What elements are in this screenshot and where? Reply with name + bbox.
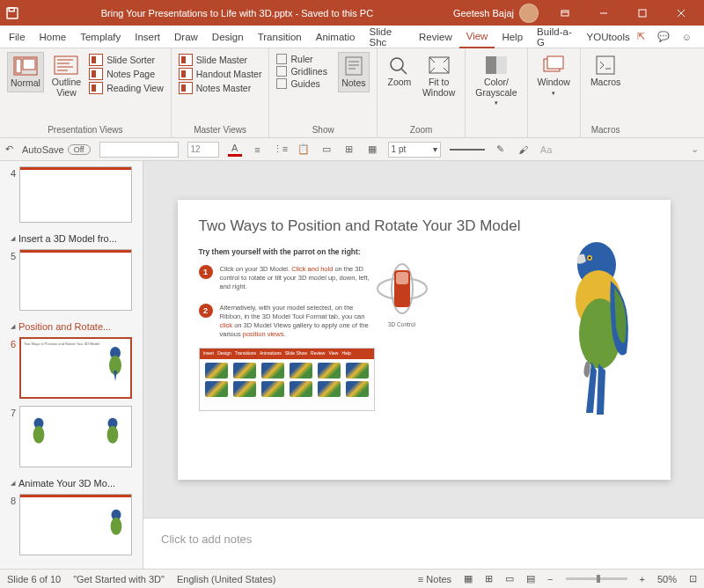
control-demo: 3D Control <box>371 258 433 327</box>
slide-sorter-label: Slide Sorter <box>106 55 155 65</box>
thumbnail-6[interactable]: Two Ways to Position and Rotate Your 3D … <box>19 337 132 399</box>
zoom-slider[interactable] <box>566 577 627 580</box>
avatar[interactable] <box>519 4 539 23</box>
zoom-percent[interactable]: 50% <box>657 574 677 584</box>
svg-point-30 <box>588 256 590 259</box>
reading-view-label: Reading View <box>106 83 164 93</box>
notes-master-button[interactable]: Notes Master <box>179 82 262 94</box>
change-case-icon[interactable]: Aa <box>539 143 554 157</box>
handout-master-button[interactable]: Handout Master <box>179 68 262 80</box>
notes-button[interactable]: Notes <box>338 52 370 92</box>
save-icon[interactable] <box>4 5 21 21</box>
tab-slideshow[interactable]: Slide Shc <box>363 26 412 48</box>
tab-insert[interactable]: Insert <box>128 26 167 48</box>
font-color-icon[interactable]: A <box>228 143 242 157</box>
format-painter-icon[interactable]: 🖌 <box>517 143 531 157</box>
color-grayscale-button[interactable]: Color/ Grayscale▾ <box>473 52 519 109</box>
thumbnail-8[interactable] <box>19 494 132 555</box>
tab-home[interactable]: Home <box>33 26 74 48</box>
guides-label: Guides <box>290 78 319 89</box>
tab-help[interactable]: Help <box>495 26 530 48</box>
minimize-button[interactable] <box>584 0 623 26</box>
thumb-num-6: 6 <box>5 337 16 399</box>
section-insert-3d[interactable]: Insert a 3D Model fro... <box>2 228 141 247</box>
notes-pane[interactable]: Click to add notes <box>143 518 704 569</box>
slide-thumbnails-panel[interactable]: 4 Insert a 3D Model fro... 5 Position an… <box>0 161 143 569</box>
align-icon[interactable]: ≡ <box>251 143 265 157</box>
section-position-rotate[interactable]: Position and Rotate... <box>2 316 141 335</box>
outline-label: Outline View <box>52 77 81 98</box>
zoom-in-button[interactable]: + <box>640 574 645 584</box>
overflow-icon[interactable]: ⌄ <box>691 143 699 155</box>
grid-icon[interactable]: ▦ <box>365 143 379 157</box>
thumbnail-5[interactable] <box>19 249 132 311</box>
autosave-label: AutoSave <box>22 144 64 155</box>
tab-file[interactable]: File <box>2 26 33 48</box>
bullets-icon[interactable]: ⋮≡ <box>274 143 288 157</box>
zoom-button[interactable]: Zoom <box>385 52 414 91</box>
tab-view[interactable]: View <box>459 26 495 48</box>
reading-view-button[interactable]: Reading View <box>89 82 164 94</box>
svg-rect-12 <box>496 56 507 74</box>
section-animate-3d[interactable]: Animate Your 3D Mo... <box>2 473 141 492</box>
close-button[interactable] <box>662 0 700 26</box>
parrot-3d-model[interactable] <box>542 239 648 423</box>
arrange-icon[interactable]: ⊞ <box>342 143 356 157</box>
comments-icon[interactable]: 💬 <box>657 31 670 42</box>
slide-master-button[interactable]: Slide Master <box>179 54 262 66</box>
svg-rect-7 <box>55 56 77 74</box>
tab-animations[interactable]: Animatio <box>309 26 363 48</box>
autosave-toggle[interactable]: AutoSave Off <box>22 144 91 155</box>
tab-transitions[interactable]: Transition <box>251 26 309 48</box>
notes-toggle[interactable]: ≡ Notes <box>418 574 451 584</box>
view-normal-icon[interactable]: ▦ <box>464 573 473 584</box>
section-name[interactable]: "Get Started with 3D" <box>73 574 165 584</box>
slide-canvas[interactable]: Two Ways to Position and Rotate Your 3D … <box>178 200 671 480</box>
view-reading-icon[interactable]: ▭ <box>505 573 514 584</box>
zoom-out-button[interactable]: − <box>547 574 553 584</box>
macros-button[interactable]: Macros <box>588 52 623 91</box>
thumbnail-4[interactable] <box>19 166 132 223</box>
slide-stage[interactable]: Two Ways to Position and Rotate Your 3D … <box>143 161 704 518</box>
paste-icon[interactable]: 📋 <box>297 143 311 157</box>
tab-design[interactable]: Design <box>205 26 251 48</box>
group-master-views: Slide Master Handout Master Notes Master… <box>172 48 270 137</box>
tab-youtools[interactable]: YOUtools <box>580 26 637 48</box>
slide-counter[interactable]: Slide 6 of 10 <box>7 574 61 584</box>
font-picker[interactable] <box>99 142 179 158</box>
language-status[interactable]: English (United States) <box>177 574 276 584</box>
view-slideshow-icon[interactable]: ▤ <box>526 573 535 584</box>
outline-view-button[interactable]: Outline View <box>49 52 84 100</box>
title-bar: Bring Your Presentations to Life with 3D… <box>0 0 704 26</box>
fit-label: Fit to Window <box>422 77 455 98</box>
shapes-icon[interactable]: ▭ <box>319 143 334 157</box>
window-button[interactable]: Window▾ <box>535 52 573 99</box>
group-show: Ruler Gridlines Guides Notes Show <box>269 48 377 137</box>
fit-to-window-button[interactable]: Fit to Window <box>420 52 458 100</box>
gridlines-checkbox[interactable]: Gridlines <box>276 66 326 77</box>
guides-checkbox[interactable]: Guides <box>276 78 326 89</box>
tab-templafy[interactable]: Templafy <box>73 26 128 48</box>
normal-view-button[interactable]: Normal <box>7 52 44 92</box>
smiley-icon[interactable]: ☺ <box>682 32 692 42</box>
share-icon[interactable]: ⇱ <box>637 31 645 42</box>
line-weight-picker[interactable]: 1 pt▾ <box>388 142 441 158</box>
font-size-picker[interactable]: 12 <box>187 142 219 158</box>
undo-icon[interactable]: ↶ <box>5 143 13 155</box>
ribbon-options-button[interactable] <box>546 0 584 26</box>
tab-draw[interactable]: Draw <box>167 26 205 48</box>
step-2-text: Alternatively, with your model selected,… <box>220 304 375 340</box>
ruler-checkbox[interactable]: Ruler <box>276 54 326 64</box>
tab-review[interactable]: Review <box>412 26 459 48</box>
view-sorter-icon[interactable]: ⊞ <box>485 573 493 584</box>
thumbnail-7[interactable] <box>19 406 132 467</box>
user-area[interactable]: Geetesh Bajaj <box>453 4 539 23</box>
maximize-button[interactable] <box>623 0 662 26</box>
thumb-num-8: 8 <box>5 494 16 555</box>
eyedropper-icon[interactable]: ✎ <box>494 143 508 157</box>
tab-build-a-graphic[interactable]: Build-a-G <box>530 26 579 48</box>
notes-page-button[interactable]: Notes Page <box>89 68 164 80</box>
slide-master-label: Slide Master <box>196 55 247 65</box>
fit-slide-icon[interactable]: ⊡ <box>689 573 697 584</box>
slide-sorter-button[interactable]: Slide Sorter <box>89 54 164 66</box>
